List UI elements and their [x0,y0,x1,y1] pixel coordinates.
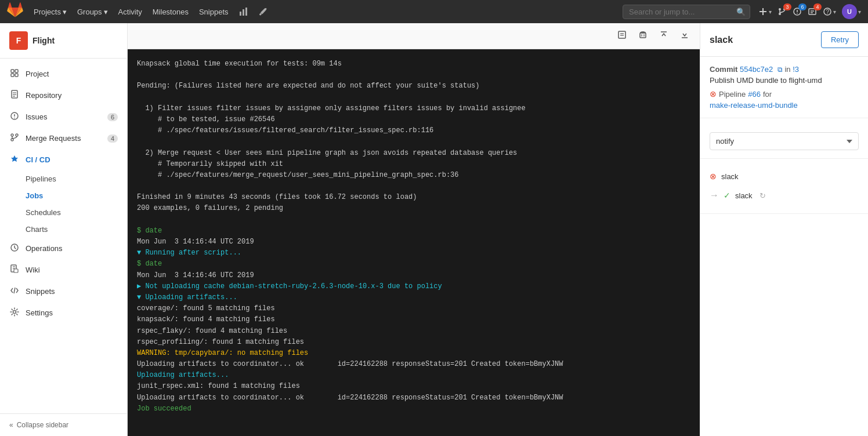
todos-icon[interactable]: 4 [808,7,817,16]
stage-success-icon: ✓ [724,191,730,200]
project-icon [9,68,20,79]
sidebar-item-repository[interactable]: Repository [0,85,127,106]
sidebar-item-settings-label: Settings [26,308,53,317]
retry-button[interactable]: Retry [821,31,859,48]
log-line [137,70,690,81]
content-area: Knapsack global time execution for tests… [128,23,868,436]
collapse-sidebar-button[interactable]: « Collapse sidebar [0,413,127,436]
help-icon[interactable]: ? ▾ [823,7,836,16]
commit-message: Publish UMD bundle to flight-umd [710,76,859,85]
issues-count-badge: 6 [107,113,118,121]
log-line: knapsack/: found 4 matching files [137,314,690,325]
merge-requests-badge: 3 [783,3,791,10]
sidebar: F Flight Project Repository Issues [0,23,128,436]
pipeline-number-link[interactable]: #66 [748,90,761,99]
svg-rect-19 [15,70,18,72]
sidebar-item-wiki[interactable]: Wiki [0,259,127,281]
gitlab-logo[interactable] [7,2,23,21]
scroll-bottom-button[interactable] [677,28,693,44]
svg-point-31 [11,139,13,141]
log-line: junit_rspec.xml: found 1 matching files [137,381,690,392]
log-line: $ date [137,226,690,237]
top-nav: Projects ▾ Groups ▾ Activity Milestones … [0,0,868,23]
sidebar-nav: Project Repository Issues 6 Merge Reque [0,59,127,413]
sidebar-item-snippets[interactable]: Snippets [0,281,127,302]
svg-rect-40 [619,31,625,38]
log-line [137,92,690,103]
nav-groups[interactable]: Groups ▾ [73,5,113,19]
settings-icon [9,307,20,318]
svg-point-39 [13,311,16,314]
log-line: rspec_profiling/: found 1 matching files [137,337,690,348]
repository-icon [9,90,20,101]
user-avatar[interactable]: U ▾ [842,4,861,19]
merge-requests-nav-icon [9,133,20,144]
svg-rect-2 [245,8,247,16]
stage-item-1: ⊗ slack [710,167,859,186]
sidebar-item-jobs[interactable]: Jobs [26,187,127,204]
chevron-down-icon: ▾ [833,9,836,15]
pipeline-branch-link[interactable]: make-release-umd-bundle [710,101,798,110]
new-item-button[interactable]: ▾ [758,7,772,16]
sidebar-item-issues[interactable]: Issues 6 [0,106,127,128]
sidebar-item-pipelines[interactable]: Pipelines [26,170,127,187]
log-line: WARNING: tmp/capybara/: no matching file… [137,348,690,359]
sidebar-item-cicd[interactable]: CI / CD [0,149,127,170]
sidebar-item-merge-requests[interactable]: Merge Requests 4 [0,128,127,149]
sidebar-item-settings[interactable]: Settings [0,302,127,324]
scroll-top-button[interactable] [656,28,672,44]
sidebar-item-pipelines-label: Pipelines [26,175,56,183]
log-line: ▶ Not uploading cache debian-stretch-rub… [137,281,690,292]
sidebar-item-project[interactable]: Project [0,63,127,85]
svg-rect-20 [11,74,14,77]
search-input[interactable] [623,5,750,19]
sidebar-item-operations[interactable]: Operations [0,238,127,259]
sidebar-item-charts[interactable]: Charts [26,221,127,238]
nav-snippets[interactable]: Snippets [194,5,233,19]
erase-log-button[interactable] [635,28,651,44]
log-line: ▼ Uploading artifacts... [137,292,690,303]
log-line: # Temporarily skipped with xit [137,159,690,170]
log-line: Mon Jun 3 14:16:44 UTC 2019 [137,237,690,248]
log-line: Uploading artifacts to coordinator... ok… [137,359,690,370]
refresh-icon[interactable]: ↻ [760,191,766,200]
stage-dropdown[interactable]: notify [710,132,859,150]
commit-hash-link[interactable]: 554bc7e2 [740,65,773,74]
search-wrap: 🔍 [623,5,750,19]
chevron-down-icon: ▾ [858,9,861,15]
sidebar-item-wiki-label: Wiki [26,266,40,274]
nav-activity[interactable]: Activity [114,5,147,19]
issues-icon[interactable]: 6 [793,7,802,16]
svg-point-28 [14,118,15,119]
chevron-down-icon: ▾ [769,9,772,15]
project-header: F Flight [0,23,127,59]
nav-milestones[interactable]: Milestones [148,5,193,19]
collapse-label: Collapse sidebar [17,421,68,429]
log-line: Finished in 9 minutes 43 seconds (files … [137,192,690,203]
sidebar-item-schedules[interactable]: Schedules [26,204,127,221]
branch-link[interactable]: !3 [793,65,799,74]
log-line: coverage/: found 5 matching files [137,303,690,314]
log-line: 2) Merge request < User sees mini pipeli… [137,148,690,159]
issues-nav-icon [9,111,20,122]
top-nav-links: Projects ▾ Groups ▾ Activity Milestones … [29,5,273,19]
svg-rect-1 [243,9,244,16]
nav-chart-icon[interactable] [234,5,253,19]
right-panel-header: slack Retry [700,23,868,57]
right-panel: slack Retry Commit 554bc7e2 ⧉ in !3 Publ… [700,23,868,436]
raw-log-button[interactable] [614,28,630,44]
merge-requests-icon[interactable]: 3 [777,7,787,16]
nav-wrench-icon[interactable] [254,5,273,19]
svg-rect-5 [760,11,766,12]
stage-arrow-icon: → [710,190,719,201]
log-content: Knapsack global time execution for tests… [128,49,700,436]
nav-projects[interactable]: Projects ▾ [29,5,71,19]
log-line: $ date [137,259,690,270]
copy-commit-icon[interactable]: ⧉ [777,66,783,74]
in-text: in [784,65,793,74]
sidebar-item-jobs-label: Jobs [26,191,43,200]
pipeline-line: ⊗ Pipeline #66 for make-release-umd-bund… [710,89,859,110]
cicd-submenu: Pipelines Jobs Schedules Charts [0,170,127,238]
sidebar-item-project-label: Project [26,70,49,78]
sidebar-item-charts-label: Charts [26,225,48,234]
